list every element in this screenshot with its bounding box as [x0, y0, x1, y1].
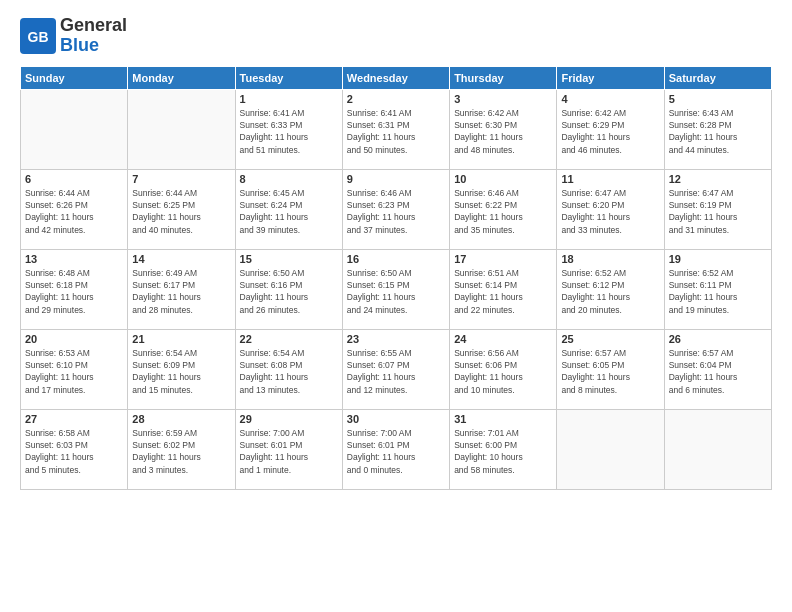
day-info: Sunrise: 6:50 AMSunset: 6:15 PMDaylight:… [347, 267, 445, 316]
day-number: 14 [132, 253, 230, 265]
day-info: Sunrise: 6:49 AMSunset: 6:17 PMDaylight:… [132, 267, 230, 316]
day-info: Sunrise: 6:57 AMSunset: 6:05 PMDaylight:… [561, 347, 659, 396]
calendar-cell: 31Sunrise: 7:01 AMSunset: 6:00 PMDayligh… [450, 409, 557, 489]
calendar-page: GB General Blue SundayMondayTuesdayWedne… [0, 0, 792, 500]
calendar-cell: 25Sunrise: 6:57 AMSunset: 6:05 PMDayligh… [557, 329, 664, 409]
day-info: Sunrise: 6:46 AMSunset: 6:23 PMDaylight:… [347, 187, 445, 236]
day-number: 21 [132, 333, 230, 345]
day-info: Sunrise: 6:47 AMSunset: 6:20 PMDaylight:… [561, 187, 659, 236]
calendar-cell: 7Sunrise: 6:44 AMSunset: 6:25 PMDaylight… [128, 169, 235, 249]
day-info: Sunrise: 6:47 AMSunset: 6:19 PMDaylight:… [669, 187, 767, 236]
day-info: Sunrise: 6:54 AMSunset: 6:09 PMDaylight:… [132, 347, 230, 396]
day-info: Sunrise: 6:41 AMSunset: 6:33 PMDaylight:… [240, 107, 338, 156]
day-info: Sunrise: 6:42 AMSunset: 6:30 PMDaylight:… [454, 107, 552, 156]
day-info: Sunrise: 6:57 AMSunset: 6:04 PMDaylight:… [669, 347, 767, 396]
day-info: Sunrise: 7:01 AMSunset: 6:00 PMDaylight:… [454, 427, 552, 476]
day-info: Sunrise: 7:00 AMSunset: 6:01 PMDaylight:… [347, 427, 445, 476]
calendar-cell: 1Sunrise: 6:41 AMSunset: 6:33 PMDaylight… [235, 89, 342, 169]
day-info: Sunrise: 6:44 AMSunset: 6:25 PMDaylight:… [132, 187, 230, 236]
day-number: 8 [240, 173, 338, 185]
day-number: 7 [132, 173, 230, 185]
calendar-cell: 19Sunrise: 6:52 AMSunset: 6:11 PMDayligh… [664, 249, 771, 329]
calendar-table: SundayMondayTuesdayWednesdayThursdayFrid… [20, 66, 772, 490]
day-info: Sunrise: 6:48 AMSunset: 6:18 PMDaylight:… [25, 267, 123, 316]
calendar-week-row: 1Sunrise: 6:41 AMSunset: 6:33 PMDaylight… [21, 89, 772, 169]
day-info: Sunrise: 6:45 AMSunset: 6:24 PMDaylight:… [240, 187, 338, 236]
calendar-cell [557, 409, 664, 489]
day-number: 19 [669, 253, 767, 265]
day-info: Sunrise: 6:52 AMSunset: 6:11 PMDaylight:… [669, 267, 767, 316]
day-number: 5 [669, 93, 767, 105]
day-number: 1 [240, 93, 338, 105]
day-number: 23 [347, 333, 445, 345]
day-number: 29 [240, 413, 338, 425]
day-info: Sunrise: 6:58 AMSunset: 6:03 PMDaylight:… [25, 427, 123, 476]
weekday-header: Monday [128, 66, 235, 89]
day-number: 17 [454, 253, 552, 265]
weekday-header: Wednesday [342, 66, 449, 89]
calendar-cell [128, 89, 235, 169]
day-number: 2 [347, 93, 445, 105]
day-info: Sunrise: 6:50 AMSunset: 6:16 PMDaylight:… [240, 267, 338, 316]
day-info: Sunrise: 6:41 AMSunset: 6:31 PMDaylight:… [347, 107, 445, 156]
day-info: Sunrise: 6:52 AMSunset: 6:12 PMDaylight:… [561, 267, 659, 316]
calendar-cell: 26Sunrise: 6:57 AMSunset: 6:04 PMDayligh… [664, 329, 771, 409]
day-info: Sunrise: 6:51 AMSunset: 6:14 PMDaylight:… [454, 267, 552, 316]
day-info: Sunrise: 7:00 AMSunset: 6:01 PMDaylight:… [240, 427, 338, 476]
day-number: 15 [240, 253, 338, 265]
calendar-cell: 30Sunrise: 7:00 AMSunset: 6:01 PMDayligh… [342, 409, 449, 489]
day-number: 18 [561, 253, 659, 265]
day-info: Sunrise: 6:59 AMSunset: 6:02 PMDaylight:… [132, 427, 230, 476]
logo-blue: Blue [60, 36, 99, 56]
calendar-cell: 10Sunrise: 6:46 AMSunset: 6:22 PMDayligh… [450, 169, 557, 249]
calendar-cell: 5Sunrise: 6:43 AMSunset: 6:28 PMDaylight… [664, 89, 771, 169]
day-number: 22 [240, 333, 338, 345]
calendar-cell: 15Sunrise: 6:50 AMSunset: 6:16 PMDayligh… [235, 249, 342, 329]
day-info: Sunrise: 6:54 AMSunset: 6:08 PMDaylight:… [240, 347, 338, 396]
logo: GB General Blue [20, 16, 127, 56]
day-number: 16 [347, 253, 445, 265]
calendar-cell: 13Sunrise: 6:48 AMSunset: 6:18 PMDayligh… [21, 249, 128, 329]
day-info: Sunrise: 6:42 AMSunset: 6:29 PMDaylight:… [561, 107, 659, 156]
day-number: 3 [454, 93, 552, 105]
calendar-cell: 12Sunrise: 6:47 AMSunset: 6:19 PMDayligh… [664, 169, 771, 249]
day-number: 24 [454, 333, 552, 345]
calendar-cell: 28Sunrise: 6:59 AMSunset: 6:02 PMDayligh… [128, 409, 235, 489]
calendar-cell: 6Sunrise: 6:44 AMSunset: 6:26 PMDaylight… [21, 169, 128, 249]
day-number: 12 [669, 173, 767, 185]
day-number: 27 [25, 413, 123, 425]
logo-icon: GB [20, 18, 56, 54]
calendar-cell: 4Sunrise: 6:42 AMSunset: 6:29 PMDaylight… [557, 89, 664, 169]
day-number: 13 [25, 253, 123, 265]
day-number: 30 [347, 413, 445, 425]
calendar-cell: 20Sunrise: 6:53 AMSunset: 6:10 PMDayligh… [21, 329, 128, 409]
day-number: 25 [561, 333, 659, 345]
calendar-week-row: 27Sunrise: 6:58 AMSunset: 6:03 PMDayligh… [21, 409, 772, 489]
day-number: 4 [561, 93, 659, 105]
calendar-cell: 8Sunrise: 6:45 AMSunset: 6:24 PMDaylight… [235, 169, 342, 249]
day-info: Sunrise: 6:53 AMSunset: 6:10 PMDaylight:… [25, 347, 123, 396]
weekday-header: Tuesday [235, 66, 342, 89]
calendar-cell: 21Sunrise: 6:54 AMSunset: 6:09 PMDayligh… [128, 329, 235, 409]
calendar-cell: 23Sunrise: 6:55 AMSunset: 6:07 PMDayligh… [342, 329, 449, 409]
calendar-cell: 22Sunrise: 6:54 AMSunset: 6:08 PMDayligh… [235, 329, 342, 409]
day-info: Sunrise: 6:56 AMSunset: 6:06 PMDaylight:… [454, 347, 552, 396]
weekday-header: Saturday [664, 66, 771, 89]
calendar-cell: 24Sunrise: 6:56 AMSunset: 6:06 PMDayligh… [450, 329, 557, 409]
day-info: Sunrise: 6:46 AMSunset: 6:22 PMDaylight:… [454, 187, 552, 236]
logo-text-block: General Blue [60, 16, 127, 56]
calendar-cell: 14Sunrise: 6:49 AMSunset: 6:17 PMDayligh… [128, 249, 235, 329]
day-number: 28 [132, 413, 230, 425]
calendar-cell: 16Sunrise: 6:50 AMSunset: 6:15 PMDayligh… [342, 249, 449, 329]
calendar-cell: 27Sunrise: 6:58 AMSunset: 6:03 PMDayligh… [21, 409, 128, 489]
day-number: 10 [454, 173, 552, 185]
day-number: 6 [25, 173, 123, 185]
calendar-cell: 9Sunrise: 6:46 AMSunset: 6:23 PMDaylight… [342, 169, 449, 249]
logo-general: General [60, 16, 127, 36]
day-info: Sunrise: 6:43 AMSunset: 6:28 PMDaylight:… [669, 107, 767, 156]
calendar-cell [21, 89, 128, 169]
weekday-header: Friday [557, 66, 664, 89]
calendar-cell: 3Sunrise: 6:42 AMSunset: 6:30 PMDaylight… [450, 89, 557, 169]
day-number: 26 [669, 333, 767, 345]
calendar-cell [664, 409, 771, 489]
